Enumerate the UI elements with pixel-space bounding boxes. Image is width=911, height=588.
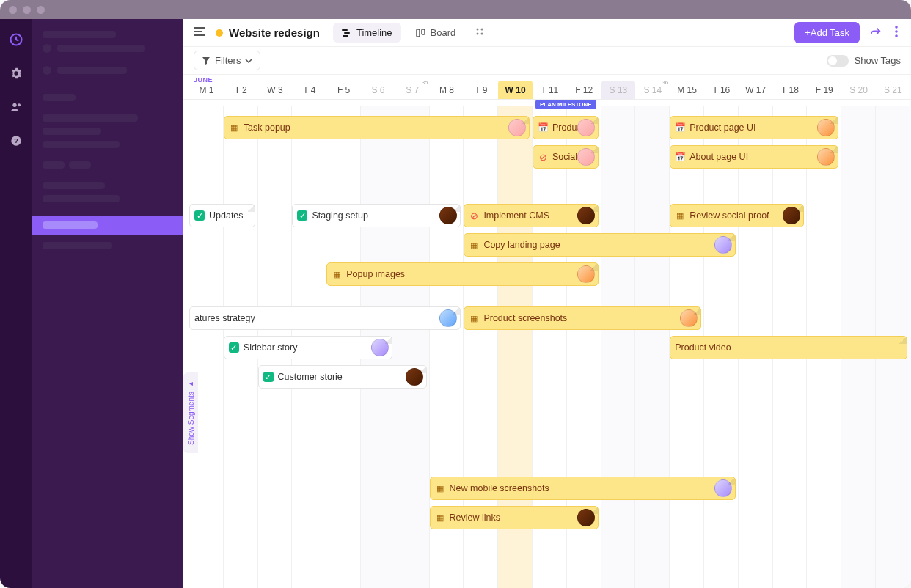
project-status-dot <box>216 29 223 37</box>
day-cell[interactable]: S 20 <box>841 81 876 99</box>
task-product-screenshots[interactable]: ▦Product screenshots <box>464 306 701 330</box>
task-label: Implement CMS <box>483 210 549 221</box>
task-label: Social <box>552 152 577 162</box>
day-cell[interactable]: S 6 <box>361 81 395 99</box>
day-cell[interactable]: W 17 <box>739 81 773 99</box>
task-popup-images[interactable]: ▦Popup images <box>326 262 598 286</box>
task-label: Popup images <box>346 269 405 279</box>
help-icon[interactable]: ? <box>9 133 23 148</box>
task-product-a[interactable]: 📅Produc <box>533 116 599 139</box>
filters-button[interactable]: Filters <box>194 51 260 70</box>
svg-rect-9 <box>422 29 425 34</box>
day-cell[interactable]: T 4 <box>292 81 326 99</box>
task-label: Product page UI <box>689 122 755 133</box>
task-label: Review social proof <box>689 210 769 221</box>
people-icon[interactable] <box>9 100 23 114</box>
task-customer-stories[interactable]: ✓Customer storie <box>258 365 427 389</box>
menu-toggle-icon[interactable] <box>194 26 205 40</box>
task-review-social-proof[interactable]: ▦Review social proof <box>670 204 804 227</box>
view-board-button[interactable]: Board <box>407 23 465 43</box>
task-label: New mobile screenshots <box>450 483 549 493</box>
task-staging-setup[interactable]: ✓Staging setup <box>292 204 461 227</box>
task-label: Task popup <box>244 122 290 133</box>
task-label: Copy landing page <box>483 240 560 250</box>
svg-point-11 <box>481 28 483 30</box>
day-cell[interactable]: T 16 <box>704 81 739 99</box>
svg-point-10 <box>477 28 479 30</box>
svg-rect-7 <box>343 35 348 37</box>
sidebar-item-active[interactable] <box>32 216 183 235</box>
view-options-icon[interactable] <box>475 26 485 40</box>
day-cell[interactable]: W 10 <box>498 81 533 99</box>
day-cell[interactable]: F 5 <box>326 81 361 99</box>
task-about-page-ui[interactable]: 📅About page UI <box>670 145 838 169</box>
task-features-strategy[interactable]: atures strategy <box>189 306 461 330</box>
svg-rect-6 <box>344 32 350 34</box>
day-cell[interactable]: T 11 <box>533 81 567 99</box>
svg-point-13 <box>481 32 483 34</box>
task-label: atures strategy <box>194 313 255 323</box>
milestone-tag[interactable]: PLAN MILESTONE <box>535 100 596 109</box>
add-task-button[interactable]: +Add Task <box>794 22 860 43</box>
day-cell[interactable]: M 1 <box>189 81 224 99</box>
svg-rect-5 <box>342 29 348 31</box>
task-label: About page UI <box>689 152 748 162</box>
task-product-video[interactable]: Product video <box>670 336 907 359</box>
day-cell[interactable]: T 18 <box>773 81 808 99</box>
titlebar <box>0 0 911 19</box>
day-cell[interactable]: S 21 <box>876 81 910 99</box>
task-product-page-ui[interactable]: 📅Product page UI <box>670 116 838 139</box>
svg-text:?: ? <box>14 137 18 144</box>
view-timeline-button[interactable]: Timeline <box>333 23 401 43</box>
sidebar <box>32 19 183 588</box>
project-title: Website redesign <box>229 26 320 39</box>
task-social[interactable]: ⊘Social <box>533 145 599 169</box>
svg-point-2 <box>18 103 21 106</box>
svg-point-15 <box>895 30 898 33</box>
day-header: M 1T 2W 3T 4F 5S 6S 735M 8T 9W 10T 11F 1… <box>183 75 911 100</box>
day-cell[interactable]: S 1436 <box>635 81 670 99</box>
task-review-links[interactable]: ▦Review links <box>430 506 599 529</box>
day-cell[interactable]: T 2 <box>224 81 258 99</box>
task-label: Customer storie <box>278 372 343 382</box>
close-window[interactable] <box>9 6 17 14</box>
day-cell[interactable]: S 13 <box>601 81 636 99</box>
header: Website redesign Timeline Board +Add Tas… <box>183 19 911 47</box>
task-label: Product video <box>675 342 731 353</box>
svg-point-16 <box>895 34 898 37</box>
svg-point-12 <box>477 32 479 34</box>
task-label: Staging setup <box>312 210 367 221</box>
task-label: Product screenshots <box>483 313 567 323</box>
icon-rail: ? <box>0 19 32 588</box>
day-cell[interactable]: M 8 <box>430 81 464 99</box>
svg-rect-8 <box>417 29 420 37</box>
day-cell[interactable]: W 3 <box>258 81 293 99</box>
day-cell[interactable]: S 735 <box>395 81 430 99</box>
filter-row: Filters Show Tags <box>183 47 911 75</box>
settings-icon[interactable] <box>9 66 23 81</box>
task-task-popup[interactable]: ▦Task popup <box>224 116 530 139</box>
day-cell[interactable]: T 9 <box>464 81 498 99</box>
logo-icon[interactable] <box>9 32 23 47</box>
task-mobile-screenshots[interactable]: ▦New mobile screenshots <box>430 477 736 500</box>
day-cell[interactable]: F 12 <box>567 81 601 99</box>
share-icon[interactable] <box>867 23 885 43</box>
task-copy-landing[interactable]: ▦Copy landing page <box>464 233 735 257</box>
task-label: Review links <box>450 512 500 523</box>
task-label: Updates <box>209 210 244 221</box>
more-icon[interactable] <box>892 23 901 43</box>
show-tags-label: Show Tags <box>855 55 901 66</box>
minimize-window[interactable] <box>23 6 31 14</box>
day-cell[interactable]: M 15 <box>670 81 704 99</box>
maximize-window[interactable] <box>37 6 45 14</box>
task-updates[interactable]: ✓Updates <box>189 204 255 227</box>
task-implement-cms[interactable]: ⊘Implement CMS <box>464 204 598 227</box>
task-label: Sidebar story <box>244 342 298 353</box>
show-segments-tab[interactable]: Show Segments ▸ <box>183 372 198 453</box>
svg-point-1 <box>12 103 16 107</box>
show-tags-toggle[interactable] <box>827 55 849 67</box>
task-sidebar-story[interactable]: ✓Sidebar story <box>224 336 392 359</box>
day-cell[interactable]: F 19 <box>807 81 841 99</box>
svg-point-14 <box>895 26 898 29</box>
